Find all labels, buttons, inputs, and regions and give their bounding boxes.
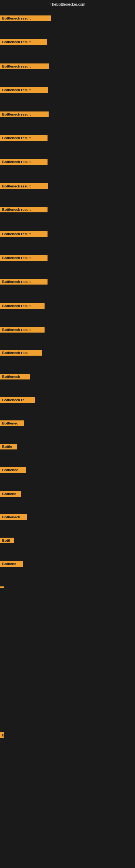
bottleneck-label: Bottleneck re bbox=[0, 397, 35, 403]
bottleneck-item: Bottlene bbox=[0, 491, 21, 498]
bottleneck-label: Bottleneck resu bbox=[0, 350, 42, 355]
bottleneck-item: Bottleneck result bbox=[0, 183, 48, 190]
bottleneck-item: Bottleneck result bbox=[0, 279, 48, 286]
bottleneck-item: Bottleneck result bbox=[0, 207, 48, 214]
bottleneck-item: Bottlenec bbox=[0, 467, 26, 474]
bottleneck-label: Bottleneck result bbox=[0, 231, 48, 237]
bottleneck-label: Bottleneck result bbox=[0, 39, 47, 45]
bottleneck-item: Bottleneck result bbox=[0, 16, 51, 22]
site-header: TheBottlenecker.com bbox=[0, 0, 135, 8]
bottleneck-item: B bbox=[0, 733, 4, 739]
bottleneck-label: B bbox=[0, 733, 4, 738]
bottleneck-label: Bottleneck result bbox=[0, 159, 48, 165]
bottleneck-item: Bottleneck bbox=[0, 374, 30, 380]
bottleneck-label: Bottleneck bbox=[0, 374, 30, 379]
bottleneck-item: Bottleneck result bbox=[0, 87, 48, 94]
bottleneck-label: Bottleneck result bbox=[0, 303, 45, 309]
bottleneck-label bbox=[0, 586, 4, 588]
bottleneck-label: Bottleneck result bbox=[0, 112, 49, 117]
bottleneck-label: Bottleneck result bbox=[0, 16, 51, 21]
bottleneck-label: Bottleneck result bbox=[0, 183, 48, 189]
bottleneck-label: Bottleneck result bbox=[0, 327, 45, 333]
bottleneck-label: Bottleneck result bbox=[0, 63, 49, 69]
bottleneck-item: Bottlenec bbox=[0, 421, 24, 427]
bottleneck-item: Bottleneck result bbox=[0, 159, 48, 166]
bottleneck-label: Bottlene bbox=[0, 561, 23, 567]
bottleneck-label: Bottlenec bbox=[0, 467, 26, 473]
bottleneck-label: Bottleneck result bbox=[0, 255, 48, 261]
bottleneck-item: Bottle bbox=[0, 444, 17, 451]
bottleneck-item: Bottleneck result bbox=[0, 327, 45, 334]
bottleneck-item: Bottleneck result bbox=[0, 231, 48, 238]
site-title: TheBottlenecker.com bbox=[50, 2, 85, 6]
bottleneck-label: Bottleneck result bbox=[0, 87, 48, 93]
bottleneck-item: Bottleneck resu bbox=[0, 350, 42, 357]
bottleneck-item: Bottleneck result bbox=[0, 303, 45, 310]
bottleneck-label: Bottlene bbox=[0, 491, 21, 497]
bottleneck-item: Bottlene bbox=[0, 561, 23, 568]
bottleneck-label: Bottleneck result bbox=[0, 207, 48, 212]
bottleneck-label: Bottleneck result bbox=[0, 135, 48, 141]
bottleneck-label: Bottlenec bbox=[0, 421, 24, 426]
bottleneck-item: Bottleneck result bbox=[0, 112, 49, 118]
bottleneck-item bbox=[0, 584, 4, 589]
bottleneck-item: Bottleneck result bbox=[0, 63, 49, 70]
bottleneck-item: Bottleneck result bbox=[0, 255, 48, 262]
bottleneck-label: Bottleneck result bbox=[0, 279, 48, 284]
bottleneck-label: Bottl bbox=[0, 538, 14, 543]
bottleneck-label: Bottle bbox=[0, 444, 17, 450]
bottleneck-item: Bottl bbox=[0, 538, 14, 545]
bottleneck-label: Bottleneck bbox=[0, 514, 27, 520]
bottleneck-item: Bottleneck bbox=[0, 514, 27, 521]
bottleneck-item: Bottleneck result bbox=[0, 39, 47, 46]
bottleneck-item: Bottleneck result bbox=[0, 135, 48, 142]
bottleneck-item: Bottleneck re bbox=[0, 397, 35, 404]
